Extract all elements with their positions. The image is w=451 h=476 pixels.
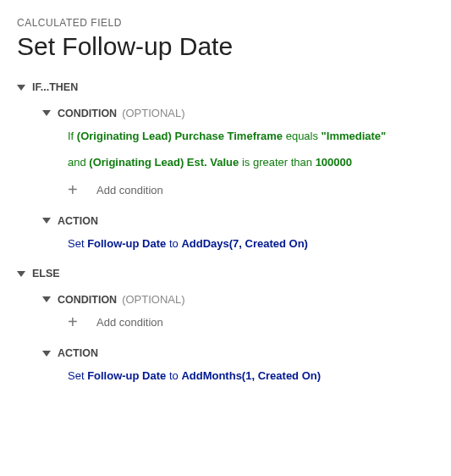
else-action-label: ACTION: [58, 347, 98, 359]
else-condition-label: CONDITION: [58, 294, 117, 306]
plus-icon: +: [68, 313, 80, 332]
action-label: ACTION: [58, 215, 98, 227]
else-action-header[interactable]: ACTION: [42, 347, 434, 359]
caret-down-icon: [42, 351, 51, 357]
cond2-prefix: and: [68, 156, 89, 169]
else-condition-optional: (OPTIONAL): [122, 293, 184, 306]
condition-label: CONDITION: [58, 108, 117, 119]
page-title: Set Follow-up Date: [17, 32, 434, 61]
add-condition-label: Add condition: [96, 184, 163, 196]
else-action-field: Follow-up Date: [87, 369, 166, 382]
eyebrow-label: CALCULATED FIELD: [17, 17, 434, 29]
add-condition-button[interactable]: + Add condition: [68, 180, 434, 200]
cond2-value: 100000: [316, 156, 352, 169]
action-field: Follow-up Date: [87, 237, 166, 250]
else-action-func: AddMonths(1, Created On): [181, 369, 321, 382]
else-add-condition-label: Add condition: [96, 316, 163, 329]
action-set: Set: [68, 237, 87, 250]
else-label: ELSE: [32, 268, 60, 280]
caret-down-icon: [42, 296, 51, 302]
else-condition-header[interactable]: CONDITION (OPTIONAL): [42, 293, 434, 306]
cond1-value: "Immediate": [322, 130, 387, 142]
else-add-condition-button[interactable]: + Add condition: [68, 313, 434, 332]
ifthen-condition-header[interactable]: CONDITION (OPTIONAL): [42, 107, 434, 119]
condition-optional: (OPTIONAL): [122, 107, 184, 119]
caret-down-icon: [42, 218, 51, 224]
cond1-prefix: If: [68, 130, 77, 142]
cond2-field: (Originating Lead) Est. Value: [89, 156, 239, 169]
ifthen-header[interactable]: IF...THEN: [17, 81, 434, 93]
caret-down-icon: [17, 271, 25, 277]
condition-line-1[interactable]: If (Originating Lead) Purchase Timeframe…: [68, 128, 434, 146]
ifthen-action-header[interactable]: ACTION: [42, 215, 434, 227]
else-action-to: to: [166, 369, 181, 382]
cond1-field: (Originating Lead) Purchase Timeframe: [77, 130, 283, 142]
plus-icon: +: [68, 180, 80, 200]
cond2-op: is greater than: [239, 156, 315, 169]
action-func: AddDays(7, Created On): [181, 237, 308, 250]
caret-down-icon: [42, 110, 51, 116]
else-action-line[interactable]: Set Follow-up Date to AddMonths(1, Creat…: [68, 368, 434, 385]
action-to: to: [166, 237, 181, 250]
condition-line-2[interactable]: and (Originating Lead) Est. Value is gre…: [68, 154, 434, 172]
ifthen-label: IF...THEN: [32, 81, 78, 93]
else-header[interactable]: ELSE: [17, 268, 434, 280]
ifthen-action-line[interactable]: Set Follow-up Date to AddDays(7, Created…: [68, 235, 434, 253]
cond1-op: equals: [283, 130, 322, 142]
caret-down-icon: [17, 85, 25, 91]
else-action-set: Set: [68, 369, 87, 382]
